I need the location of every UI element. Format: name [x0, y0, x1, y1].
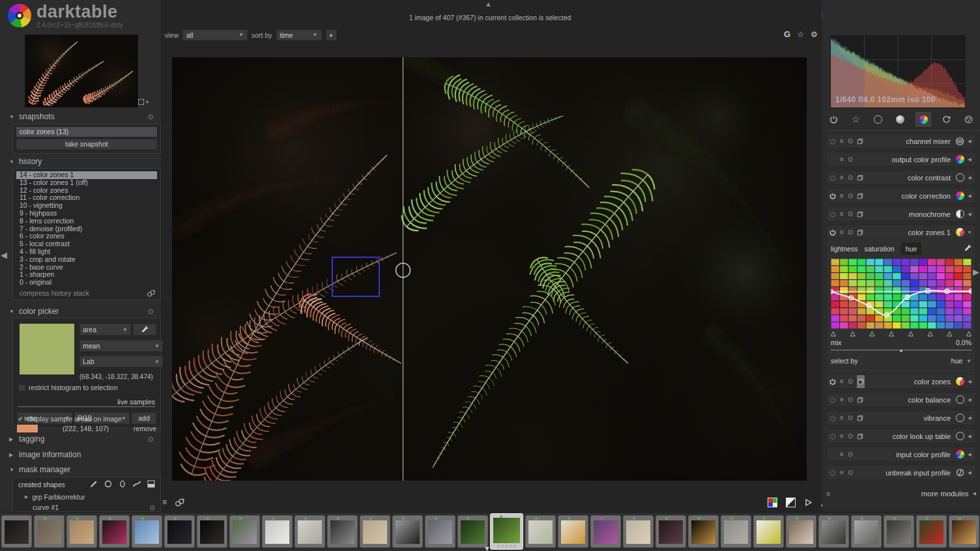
brush-icon[interactable] [90, 480, 98, 489]
filmstrip-thumb[interactable] [295, 515, 325, 548]
darkroom-image-area[interactable] [172, 57, 807, 481]
instances-icon[interactable] [857, 172, 863, 184]
module-expander-icon[interactable]: ◀ [966, 452, 973, 457]
instances-icon[interactable] [857, 190, 863, 202]
filmstrip-thumb[interactable] [949, 515, 979, 548]
filmstrip-thumb-selected[interactable]: ☆☆☆☆☆ [490, 513, 523, 550]
color-zones-curve-editor[interactable] [831, 259, 972, 337]
module-expander-icon[interactable]: ◀ [966, 139, 973, 144]
power-icon[interactable] [829, 227, 836, 238]
filmstrip-thumb[interactable] [360, 515, 390, 548]
reset-icon[interactable]: ⊙ [848, 156, 853, 163]
module-color-look-up-table[interactable]: ≡⊙color look up table◀ [826, 429, 976, 444]
filmstrip-thumb[interactable] [558, 515, 588, 548]
reset-icon[interactable]: ⊙ [848, 138, 853, 145]
presets-icon[interactable]: ≡ [840, 433, 844, 440]
power-icon[interactable] [829, 412, 836, 424]
presets-icon[interactable]: ≡ [840, 397, 844, 403]
tab-lightness[interactable]: lightness [831, 245, 857, 253]
filmstrip-thumb[interactable] [262, 515, 293, 548]
module-color-correction[interactable]: ≡⊙color correction◀ [826, 188, 976, 203]
history-item[interactable]: 0 - original [16, 279, 157, 287]
presets-icon[interactable]: ≡ [840, 451, 844, 458]
navigation-preview-image[interactable] [25, 35, 136, 106]
history-item[interactable]: 4 - fill light [16, 248, 157, 256]
presets-icon[interactable]: ≡ [840, 156, 844, 163]
filmstrip-thumb[interactable] [623, 515, 654, 548]
filmstrip-thumb[interactable] [164, 515, 195, 548]
module-expander-icon[interactable]: ◀ [966, 379, 973, 384]
module-expander-icon[interactable]: ◀ [966, 397, 973, 403]
gradient-shape-icon[interactable] [147, 480, 155, 489]
picker-space-dropdown[interactable]: Lab▼ [79, 356, 163, 367]
edited-photo-canvas[interactable] [172, 57, 807, 481]
power-icon[interactable] [829, 449, 836, 460]
top-panel-collapse[interactable]: ▲ [485, 0, 492, 8]
tagging-header[interactable]: ▶ tagging ⊙ [9, 434, 154, 444]
tab-saturation[interactable]: saturation [864, 245, 894, 253]
filmstrip-thumb[interactable] [34, 515, 65, 548]
select-by-dropdown[interactable]: hue▼ [951, 357, 972, 365]
color-picker-header[interactable]: ▼ color picker ⊙ [9, 306, 154, 317]
filmstrip-thumb[interactable] [425, 515, 455, 548]
module-vibrance[interactable]: ≡⊙vibrance◀ [826, 410, 976, 425]
compress-history-button[interactable]: compress history stack [20, 289, 89, 297]
module-expander-icon[interactable]: ◀ [966, 470, 973, 475]
right-panel-collapse[interactable]: ▶ [973, 267, 979, 277]
presets-icon[interactable]: ≡ [840, 193, 844, 199]
reset-icon[interactable]: ⊙ [148, 435, 154, 444]
navigation-thumbnail[interactable] [25, 35, 138, 107]
show-mask-icon[interactable]: ⊙ [150, 504, 155, 511]
reset-icon[interactable]: ⊙ [848, 470, 853, 476]
history-item[interactable]: 9 - highpass [16, 210, 157, 218]
module-monochrome[interactable]: ≡⊙monochrome◀ [826, 206, 976, 221]
guides-menu-icon[interactable]: ≡ [162, 498, 167, 507]
module-expander-icon[interactable]: ◀ [966, 157, 973, 162]
reset-icon[interactable]: ⊙ [848, 378, 853, 385]
reset-icon[interactable]: ⊙ [848, 229, 853, 236]
group-active-icon[interactable] [826, 113, 841, 126]
filmstrip-thumb[interactable] [916, 515, 947, 548]
history-item[interactable]: 3 - crop and rotate [16, 256, 157, 264]
group-color-icon[interactable] [915, 112, 931, 126]
power-icon[interactable] [829, 467, 836, 479]
filmstrip-thumb[interactable] [99, 515, 130, 548]
snapshots-header[interactable]: ▼ snapshots ⊙ [9, 111, 154, 122]
module-color-contrast[interactable]: ≡⊙color contrast◀ [826, 170, 976, 185]
module-unbreak-input-profile[interactable]: ≡⊙unbreak input profile◀ [826, 465, 976, 480]
history-item[interactable]: 8 - lens correction [16, 218, 157, 225]
group-effect-icon[interactable] [962, 113, 976, 126]
instances-icon[interactable] [857, 375, 865, 388]
restrict-histogram-checkbox[interactable] [18, 384, 25, 391]
module-expander-icon[interactable]: ◀ [966, 193, 973, 199]
module-color-zones-1[interactable]: ≡⊙color zones 1▼ [826, 225, 976, 240]
view-filter-dropdown[interactable]: all▼ [182, 29, 248, 40]
instances-icon[interactable] [857, 135, 863, 147]
remove-sample-button[interactable]: remove [134, 425, 156, 432]
reset-icon[interactable]: ⊙ [848, 415, 853, 421]
filmstrip-thumb[interactable] [688, 515, 719, 548]
snapshot-compare-icon[interactable] [175, 498, 185, 507]
filmstrip-thumb[interactable] [229, 515, 260, 548]
filmstrip-thumb[interactable] [851, 515, 882, 548]
overlays-star-icon[interactable]: ☆ [797, 30, 804, 39]
create-style-icon[interactable] [147, 289, 156, 297]
reset-icon[interactable]: ⊙ [848, 175, 853, 181]
reset-icon[interactable]: ⊙ [148, 307, 154, 316]
module-input-color-profile[interactable]: ≡⊙input color profile◀ [826, 447, 976, 462]
power-icon[interactable] [829, 376, 836, 388]
presets-icon[interactable]: ≡ [840, 138, 844, 145]
filmstrip-thumb[interactable] [884, 515, 914, 548]
path-shape-icon[interactable] [133, 480, 141, 489]
power-icon[interactable] [829, 172, 836, 184]
sort-direction-button[interactable]: ▲ [326, 29, 337, 40]
module-expander-icon[interactable]: ◀ [966, 175, 973, 180]
filmstrip-thumb[interactable] [753, 515, 784, 548]
power-icon[interactable] [829, 394, 836, 406]
picker-stat-dropdown[interactable]: mean▼ [79, 340, 163, 352]
presets-icon[interactable]: ≡ [840, 175, 844, 181]
power-icon[interactable] [829, 190, 836, 202]
instances-icon[interactable] [857, 394, 863, 406]
reset-icon[interactable]: ⊙ [148, 113, 154, 121]
circle-shape-icon[interactable] [104, 480, 112, 489]
